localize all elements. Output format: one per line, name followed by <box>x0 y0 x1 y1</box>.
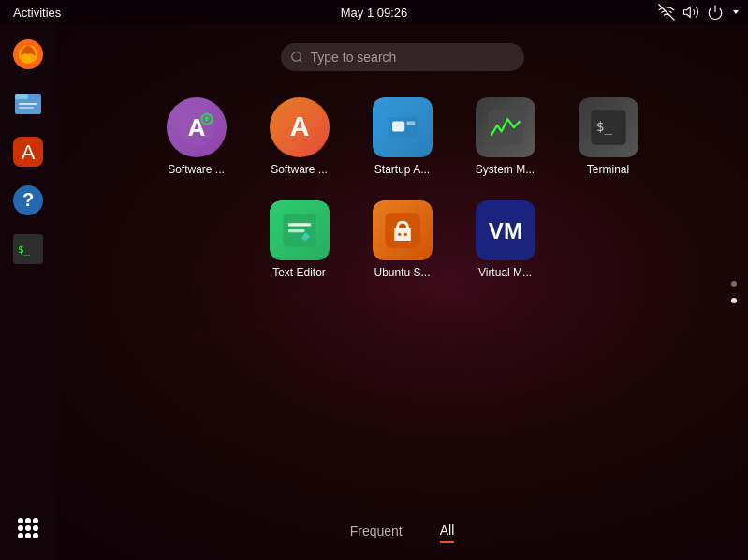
software-updater-icon: A <box>167 97 227 157</box>
svg-point-24 <box>33 533 38 538</box>
app-label-startup-app: Startup A... <box>363 163 442 176</box>
app-label-software-center: Software ... <box>260 163 339 176</box>
svg-point-21 <box>33 525 38 531</box>
sysmon-svg <box>485 107 526 148</box>
vm-svg: VM <box>485 210 526 251</box>
app-label-virtual-machine: Virtual M... <box>466 266 545 279</box>
ubuntu-software-icon <box>373 200 433 260</box>
topbar-left: Activities <box>7 6 66 20</box>
svg-rect-7 <box>15 94 28 99</box>
search-input[interactable] <box>281 43 524 71</box>
dropdown-icon[interactable] <box>731 7 741 17</box>
dock-help[interactable]: ? <box>7 180 49 221</box>
network-icon[interactable] <box>658 4 675 21</box>
svg-point-25 <box>291 52 300 61</box>
show-apps-button[interactable] <box>7 508 49 549</box>
bottom-tabs: Frequent All <box>56 523 748 543</box>
tab-all[interactable]: All <box>440 523 455 543</box>
page-dots <box>731 281 737 303</box>
svg-rect-8 <box>19 103 37 105</box>
dock-terminal[interactable]: $_ <box>7 228 49 270</box>
svg-point-23 <box>25 533 31 538</box>
app-label-text-editor: Text Editor <box>260 266 339 279</box>
terminal-dock-icon: $_ <box>11 232 45 266</box>
help-icon: ? <box>11 184 45 217</box>
svg-rect-9 <box>19 107 34 109</box>
dock-files[interactable] <box>7 82 49 124</box>
power-icon[interactable] <box>707 4 724 21</box>
svg-point-16 <box>18 518 23 523</box>
grid-icon <box>11 511 45 545</box>
startup-app-icon <box>373 97 433 157</box>
system-monitor-icon-wrap <box>476 97 535 157</box>
topbar-right <box>658 4 741 21</box>
software-center-icon: A <box>270 97 330 157</box>
sw-center-svg: A <box>279 107 320 148</box>
svg-point-42 <box>403 233 406 236</box>
svg-point-18 <box>33 518 38 523</box>
app-label-ubuntu-software: Ubuntu S... <box>363 266 442 279</box>
text-editor-icon <box>270 200 330 260</box>
app-label-system-monitor: System M... <box>466 163 545 176</box>
app-item-system-monitor[interactable]: System M... <box>459 90 552 184</box>
svg-text:$_: $_ <box>595 119 612 135</box>
startup-svg <box>382 107 423 148</box>
svg-text:A: A <box>22 140 36 164</box>
svg-point-41 <box>398 233 401 236</box>
app-label-terminal: Terminal <box>569 163 648 176</box>
app-item-software-center[interactable]: A Software ... <box>253 90 346 184</box>
topbar-datetime: May 1 09:26 <box>341 6 408 20</box>
svg-rect-39 <box>287 229 304 232</box>
activities-button[interactable]: Activities <box>7 6 66 20</box>
virtual-machine-icon-wrap: VM <box>476 200 535 260</box>
topbar: Activities May 1 09:26 <box>0 0 748 24</box>
system-monitor-icon <box>476 97 535 157</box>
svg-rect-33 <box>406 121 415 125</box>
svg-point-17 <box>25 518 31 523</box>
app-item-software-updater[interactable]: A Software ... <box>150 90 243 184</box>
updater-svg: A <box>176 107 217 148</box>
dock-software-center[interactable]: A <box>7 131 49 172</box>
page-dot-1[interactable] <box>731 281 737 287</box>
svg-rect-38 <box>287 223 310 226</box>
app-item-startup-app[interactable]: Startup A... <box>356 90 449 184</box>
virtual-machine-icon: VM <box>476 200 535 260</box>
terminal-icon-wrap: $_ <box>579 97 638 157</box>
app-item-virtual-machine[interactable]: VM Virtual M... <box>459 193 552 287</box>
app-item-text-editor[interactable]: Text Editor <box>253 193 346 287</box>
volume-icon[interactable] <box>682 4 699 21</box>
svg-text:A: A <box>289 111 309 141</box>
software-updater-icon-wrap: A <box>167 97 227 157</box>
svg-rect-34 <box>488 110 522 144</box>
texteditor-svg <box>279 210 320 251</box>
terminal-svg: $_ <box>588 107 629 148</box>
search-container <box>281 43 524 71</box>
search-icon <box>290 51 303 64</box>
dock-firefox[interactable] <box>7 34 49 75</box>
text-editor-icon-wrap <box>270 200 330 260</box>
firefox-icon <box>11 37 45 71</box>
svg-point-20 <box>25 525 31 531</box>
app-item-ubuntu-software[interactable]: Ubuntu S... <box>356 193 449 287</box>
svg-line-26 <box>299 60 301 63</box>
terminal-icon: $_ <box>579 97 638 157</box>
files-icon <box>11 86 45 120</box>
app-item-terminal[interactable]: $_ Terminal <box>562 90 655 184</box>
svg-text:$_: $_ <box>18 243 31 256</box>
startup-app-icon-wrap <box>373 97 433 157</box>
main-content: A Software ... A Software ... <box>56 24 748 560</box>
svg-point-19 <box>18 525 23 531</box>
app-grid: A Software ... A Software ... <box>122 90 683 287</box>
svg-text:VM: VM <box>488 218 521 243</box>
software-center-icon-wrap: A <box>270 97 330 157</box>
dock: A ? $_ <box>0 24 56 560</box>
app-label-software-updater: Software ... <box>157 163 236 176</box>
svg-rect-32 <box>392 121 404 131</box>
ubuntusw-svg <box>382 210 423 251</box>
software-center-dock-icon: A <box>11 135 45 169</box>
page-dot-2[interactable] <box>731 298 737 303</box>
svg-point-22 <box>18 533 23 538</box>
tab-frequent[interactable]: Frequent <box>350 523 403 543</box>
svg-text:?: ? <box>22 189 34 210</box>
svg-marker-2 <box>684 7 691 18</box>
